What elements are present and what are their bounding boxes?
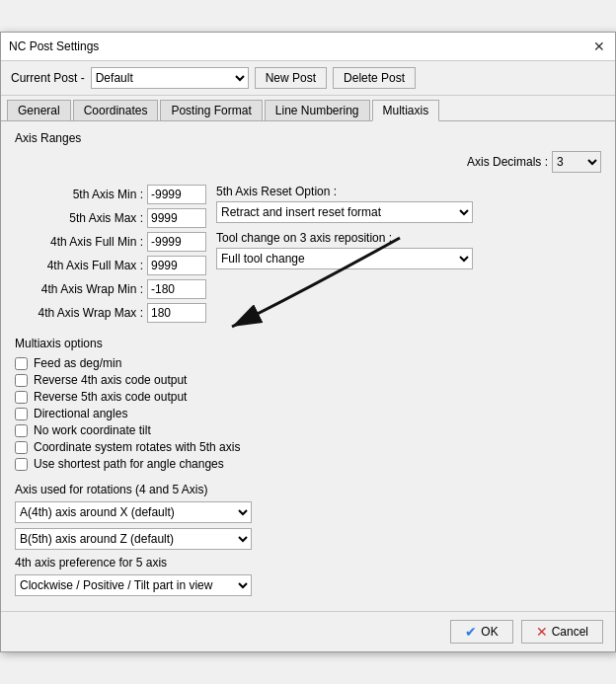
window-title: NC Post Settings xyxy=(9,39,99,53)
footer-bar: ✔ OK ✕ Cancel xyxy=(1,611,615,651)
reverse-5th-checkbox[interactable] xyxy=(15,391,28,404)
multiaxis-options-label: Multiaxis options xyxy=(15,337,601,350)
ok-button[interactable]: ✔ OK xyxy=(450,620,512,644)
field-row-4th-wrap-max: 4th Axis Wrap Max : xyxy=(15,303,206,323)
main-layout: 5th Axis Min : 5th Axis Max : 4th Axis F… xyxy=(15,185,601,327)
tab-content: Axis Ranges Axis Decimals : 3 5th Axis M… xyxy=(1,121,615,611)
field-row-4th-wrap-min: 4th Axis Wrap Min : xyxy=(15,279,206,299)
axis-4th-select[interactable]: A(4th) axis around X (default) xyxy=(15,501,252,523)
feed-deg-label: Feed as deg/min xyxy=(34,356,121,370)
top-bar: Current Post - Default New Post Delete P… xyxy=(1,61,615,96)
5th-axis-max-label: 5th Axis Max : xyxy=(15,211,143,225)
5th-axis-max-input[interactable] xyxy=(147,208,206,228)
4th-axis-wrap-min-input[interactable] xyxy=(147,279,206,299)
rotations-title: Axis used for rotations (4 and 5 Axis) xyxy=(15,483,601,496)
tool-change-label: Tool change on 3 axis reposition : xyxy=(216,231,601,245)
reverse-5th-label: Reverse 5th axis code output xyxy=(34,390,187,404)
title-bar: NC Post Settings ✕ xyxy=(1,33,615,61)
tab-coordinates[interactable]: Coordinates xyxy=(73,100,159,120)
4th-axis-wrap-max-input[interactable] xyxy=(147,303,206,323)
axis-5th-select[interactable]: B(5th) axis around Z (default) xyxy=(15,528,252,550)
reverse-4th-label: Reverse 4th axis code output xyxy=(34,373,187,387)
directional-angles-checkbox[interactable] xyxy=(15,408,28,420)
coord-rotates-checkbox[interactable] xyxy=(15,441,28,454)
cancel-button[interactable]: ✕ Cancel xyxy=(521,620,603,644)
4th-axis-pref-select[interactable]: Clockwise / Positive / Tilt part in view xyxy=(15,574,252,596)
ok-icon: ✔ xyxy=(465,624,477,640)
field-row-4th-full-max: 4th Axis Full Max : xyxy=(15,256,206,275)
4th-axis-pref-label: 4th axis preference for 5 axis xyxy=(15,556,601,570)
5th-axis-min-label: 5th Axis Min : xyxy=(15,188,143,201)
feed-deg-checkbox[interactable] xyxy=(15,357,28,370)
checkbox-feed-deg: Feed as deg/min xyxy=(15,356,601,370)
axis-decimals-label: Axis Decimals : xyxy=(467,155,548,169)
shortest-path-label: Use shortest path for angle changes xyxy=(34,457,224,471)
axis-decimals-row: Axis Decimals : 3 xyxy=(467,151,601,173)
reset-option-label: 5th Axis Reset Option : xyxy=(216,185,601,198)
tab-multiaxis[interactable]: Multiaxis xyxy=(372,100,440,121)
coord-rotates-label: Coordinate system rotates with 5th axis xyxy=(34,440,240,454)
right-section: 5th Axis Reset Option : Retract and inse… xyxy=(216,185,601,277)
right-panel-col: 5th Axis Reset Option : Retract and inse… xyxy=(216,185,601,327)
multiaxis-options-section: Multiaxis options Feed as deg/min Revers… xyxy=(15,337,601,471)
tool-change-select[interactable]: Full tool change xyxy=(216,248,473,269)
ok-label: OK xyxy=(481,625,498,639)
5th-axis-min-input[interactable] xyxy=(147,185,206,204)
4th-axis-wrap-min-label: 4th Axis Wrap Min : xyxy=(15,282,143,296)
field-row-5th-max: 5th Axis Max : xyxy=(15,208,206,228)
tab-bar: General Coordinates Posting Format Line … xyxy=(1,96,615,121)
checkbox-reverse-5th: Reverse 5th axis code output xyxy=(15,390,601,404)
cancel-label: Cancel xyxy=(552,625,588,639)
axis-ranges-label: Axis Ranges xyxy=(15,131,601,145)
field-row-4th-full-min: 4th Axis Full Min : xyxy=(15,232,206,252)
reset-option-select[interactable]: Retract and insert reset format xyxy=(216,201,473,223)
checkbox-no-work-coord: No work coordinate tilt xyxy=(15,423,601,437)
checkbox-coord-rotates: Coordinate system rotates with 5th axis xyxy=(15,440,601,454)
current-post-label: Current Post - xyxy=(11,71,85,85)
shortest-path-checkbox[interactable] xyxy=(15,458,28,471)
new-post-button[interactable]: New Post xyxy=(255,67,327,89)
4th-axis-full-max-input[interactable] xyxy=(147,256,206,275)
window-close-button[interactable]: ✕ xyxy=(591,38,607,54)
no-work-coord-checkbox[interactable] xyxy=(15,424,28,437)
tab-posting-format[interactable]: Posting Format xyxy=(160,100,262,120)
4th-axis-full-min-label: 4th Axis Full Min : xyxy=(15,235,143,249)
tab-line-numbering[interactable]: Line Numbering xyxy=(265,100,370,120)
axis-decimals-select[interactable]: 3 xyxy=(552,151,601,173)
checkbox-reverse-4th: Reverse 4th axis code output xyxy=(15,373,601,387)
tab-general[interactable]: General xyxy=(7,100,71,120)
4th-axis-full-max-label: 4th Axis Full Max : xyxy=(15,259,143,272)
4th-axis-wrap-max-label: 4th Axis Wrap Max : xyxy=(15,306,143,320)
nc-post-settings-window: NC Post Settings ✕ Current Post - Defaul… xyxy=(0,32,616,652)
directional-angles-label: Directional angles xyxy=(34,407,127,420)
no-work-coord-label: No work coordinate tilt xyxy=(34,423,151,437)
checkbox-directional: Directional angles xyxy=(15,407,601,420)
delete-post-button[interactable]: Delete Post xyxy=(333,67,416,89)
reverse-4th-checkbox[interactable] xyxy=(15,374,28,387)
current-post-select[interactable]: Default xyxy=(91,67,249,89)
checkbox-shortest-path: Use shortest path for angle changes xyxy=(15,457,601,471)
cancel-icon: ✕ xyxy=(536,624,548,640)
4th-axis-full-min-input[interactable] xyxy=(147,232,206,252)
axis-fields-col: 5th Axis Min : 5th Axis Max : 4th Axis F… xyxy=(15,185,206,327)
field-row-5th-min: 5th Axis Min : xyxy=(15,185,206,204)
rotations-section: Axis used for rotations (4 and 5 Axis) A… xyxy=(15,483,601,596)
